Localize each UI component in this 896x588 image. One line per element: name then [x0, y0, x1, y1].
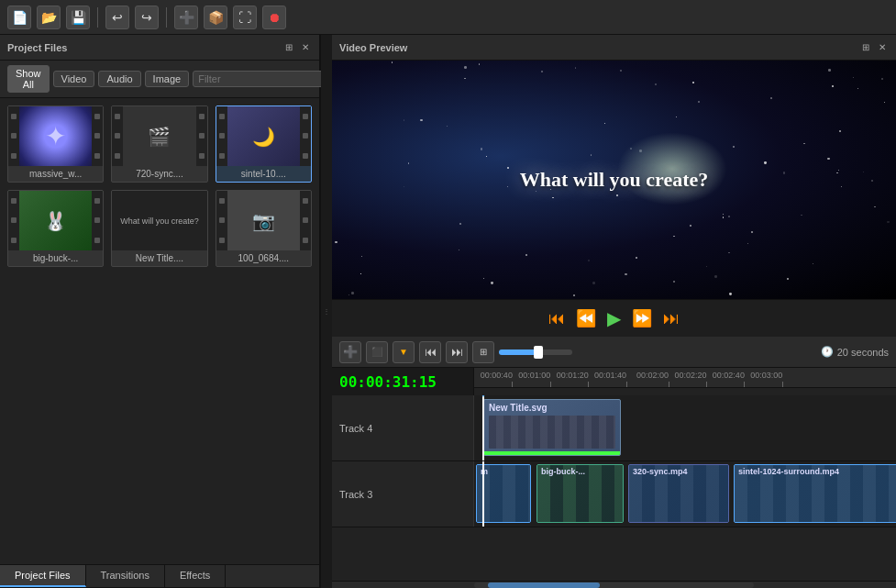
- clip-green-bar: [484, 451, 620, 455]
- go-end-button[interactable]: ⏭: [446, 341, 468, 363]
- tab-transitions[interactable]: Transitions: [86, 565, 165, 587]
- filmstrip-right: [92, 191, 103, 250]
- film-hole: [94, 217, 100, 223]
- transport-rewind-start-button[interactable]: ⏮: [548, 309, 565, 328]
- media-thumb-newtitle: What will you create?: [112, 191, 206, 250]
- add-button[interactable]: ➕: [174, 6, 198, 29]
- project-files-header-icons: ⊞ ✕: [282, 41, 312, 53]
- film-hole: [303, 153, 308, 159]
- media-item-massive[interactable]: ✦ massive_w...: [7, 105, 104, 183]
- media-thumb-100068: 📷: [216, 191, 311, 250]
- clip-720sync[interactable]: 320-sync.mp4: [628, 464, 729, 523]
- clip-bigbuck[interactable]: big-buck-...: [536, 464, 624, 523]
- film-hole: [94, 133, 100, 139]
- timeline-ruler[interactable]: 00:00:40 00:01:00 00:01:20 00:01:40 00:0…: [474, 368, 896, 388]
- fullscreen-button[interactable]: ⛶: [233, 6, 257, 29]
- film-hole: [11, 153, 17, 159]
- project-files-maximize-icon[interactable]: ⊞: [282, 41, 295, 53]
- media-item-720sync[interactable]: 🎬 720-sync....: [111, 105, 207, 183]
- filmstrip-left: [112, 106, 123, 166]
- ruler-mark: 00:03:00: [782, 382, 783, 387]
- clip-sintel[interactable]: sintel-1024-surround.mp4: [734, 464, 896, 523]
- media-item-100068[interactable]: 📷 100_0684....: [216, 190, 312, 267]
- go-start-button[interactable]: ⏮: [419, 341, 441, 363]
- resize-dots: ⋮: [323, 307, 330, 316]
- playback-controls: ⏮ ⏪ ▶ ⏩ ⏭: [332, 299, 896, 337]
- record-button[interactable]: ⏺: [262, 6, 286, 29]
- ruler-mark: 00:01:20: [588, 382, 589, 387]
- film-hole: [303, 238, 308, 243]
- filter-image-button[interactable]: Image: [145, 71, 190, 87]
- timeline-scrollbar[interactable]: [332, 581, 896, 588]
- track-3-content[interactable]: m big-buck-... 320-sync.mp4: [474, 461, 896, 527]
- media-thumb-bigbuck: 🐰: [8, 191, 103, 250]
- filter-menu-button[interactable]: ▼: [393, 341, 415, 363]
- scrollbar-track[interactable]: [474, 582, 754, 588]
- save-button[interactable]: 💾: [66, 6, 90, 29]
- transport-play-button[interactable]: ▶: [607, 307, 621, 329]
- preview-header: Video Preview ⊞ ✕: [332, 35, 896, 61]
- ruler-mark: 00:01:40: [626, 382, 627, 387]
- timecode-ruler-row: 00:00:31:15 00:00:40 00:01:00 00:01:20 0…: [332, 368, 896, 395]
- tab-project-files[interactable]: Project Files: [0, 565, 86, 587]
- project-files-close-icon[interactable]: ✕: [299, 41, 312, 53]
- filter-video-button[interactable]: Video: [53, 71, 95, 87]
- redo-button[interactable]: ↪: [135, 6, 159, 29]
- preview-maximize-icon[interactable]: ⊞: [859, 41, 872, 53]
- preview-close-icon[interactable]: ✕: [876, 41, 889, 53]
- filter-showall-button[interactable]: Show All: [7, 65, 50, 93]
- filmstrip-right: [196, 106, 207, 166]
- filter-bar: Show All Video Audio Image 🔍: [0, 61, 319, 98]
- scrollbar-thumb[interactable]: [488, 582, 600, 588]
- media-item-sintel[interactable]: 🌙 sintel-10....: [216, 105, 312, 183]
- track-4-label: Track 4: [339, 423, 372, 434]
- filter-audio-button[interactable]: Audio: [98, 71, 140, 87]
- film-hole: [219, 238, 225, 243]
- transport-rewind-button[interactable]: ⏪: [576, 308, 596, 328]
- filter-input[interactable]: [193, 71, 330, 87]
- media-thumb-sintel: 🌙: [216, 106, 311, 166]
- track-3-label: Track 3: [339, 489, 372, 500]
- razor-tool-button[interactable]: ⊞: [472, 341, 494, 363]
- film-hole: [11, 198, 17, 204]
- open-button[interactable]: 📂: [37, 6, 61, 29]
- new-button[interactable]: 📄: [7, 6, 31, 29]
- timeline-duration: 🕐 20 seconds: [821, 346, 889, 358]
- transport-forward-button[interactable]: ⏩: [632, 308, 652, 328]
- panel-resize-handle[interactable]: ⋮: [321, 35, 332, 588]
- zoom-slider[interactable]: [499, 349, 572, 355]
- filmstrip-right: [92, 106, 103, 166]
- track-4-content[interactable]: New Title.svg: [474, 395, 896, 460]
- media-item-newtitle[interactable]: What will you create? New Title....: [111, 190, 207, 267]
- clip-new-title[interactable]: New Title.svg: [483, 399, 621, 456]
- filmstrip-right: [300, 191, 311, 250]
- bottom-tabs: Project Files Transitions Effects: [0, 564, 319, 588]
- video-preview[interactable]: What will you create?: [332, 61, 896, 299]
- remove-track-button[interactable]: ⬛: [366, 341, 388, 363]
- playhead-track3[interactable]: [482, 461, 484, 527]
- clip-m[interactable]: m: [476, 464, 531, 523]
- media-label-sintel: sintel-10....: [216, 166, 311, 182]
- video-preview-text: What will you create?: [520, 168, 709, 192]
- ruler-mark: 00:02:20: [706, 382, 707, 387]
- add-track-button[interactable]: ➕: [339, 341, 361, 363]
- film-hole: [11, 114, 17, 119]
- timeline-toolbar: ➕ ⬛ ▼ ⏮ ⏭ ⊞ 🕐 20 seconds: [332, 337, 896, 368]
- film-hole: [219, 114, 225, 119]
- film-hole: [303, 133, 308, 139]
- zoom-slider-thumb[interactable]: [534, 346, 543, 359]
- film-hole: [94, 198, 100, 204]
- playhead[interactable]: [482, 395, 484, 460]
- undo-button[interactable]: ↩: [105, 6, 129, 29]
- tab-effects[interactable]: Effects: [165, 565, 226, 587]
- media-item-bigbuck[interactable]: 🐰 big-buck-...: [7, 190, 104, 267]
- film-hole: [303, 198, 308, 204]
- transport-forward-end-button[interactable]: ⏭: [663, 309, 680, 328]
- media-thumb-massive: ✦: [8, 106, 103, 166]
- film-hole: [11, 133, 17, 139]
- media-label-100068: 100_0684....: [216, 250, 311, 266]
- film-hole: [115, 133, 120, 139]
- film-hole: [94, 238, 100, 243]
- export-button[interactable]: 📦: [204, 6, 227, 29]
- film-hole: [199, 133, 205, 139]
